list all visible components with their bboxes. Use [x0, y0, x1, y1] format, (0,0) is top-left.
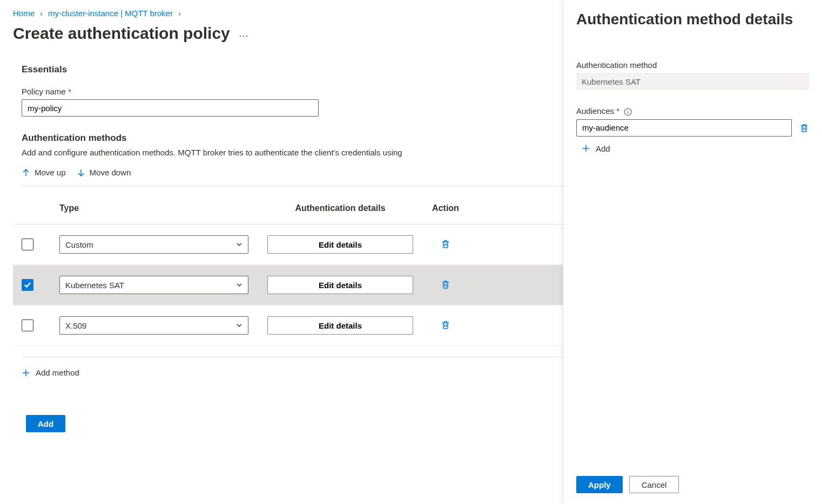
audience-input[interactable]	[576, 119, 792, 137]
details-panel: Authentication method details Authentica…	[563, 0, 822, 504]
arrow-down-icon	[77, 168, 85, 177]
delete-icon[interactable]	[799, 123, 809, 133]
method-value: Kubernetes SAT	[576, 73, 809, 90]
type-select[interactable]: Custom	[59, 235, 248, 254]
essentials-heading: Essentials	[22, 64, 563, 75]
move-up-button[interactable]: Move up	[22, 168, 66, 177]
apply-button[interactable]: Apply	[576, 476, 623, 493]
breadcrumb-instance[interactable]: my-cluster-instance | MQTT broker	[48, 9, 173, 18]
header-details: Authentication details	[259, 203, 421, 213]
delete-icon[interactable]	[421, 320, 470, 330]
policy-name-input[interactable]	[22, 99, 319, 117]
panel-title: Authentication method details	[576, 11, 809, 28]
edit-details-button[interactable]: Edit details	[267, 316, 413, 335]
row-checkbox[interactable]	[22, 279, 33, 291]
methods-table: Type Authentication details Action Custo…	[13, 193, 563, 346]
plus-icon	[22, 369, 30, 377]
delete-icon[interactable]	[421, 239, 470, 249]
delete-icon[interactable]	[421, 280, 470, 289]
chevron-down-icon	[236, 282, 242, 288]
breadcrumb: Home › my-cluster-instance | MQTT broker…	[13, 9, 563, 18]
methods-heading: Authentication methods	[22, 133, 563, 144]
type-select[interactable]: X.509	[59, 316, 248, 335]
page-title: Create authentication policy	[13, 24, 230, 43]
add-button[interactable]: Add	[26, 415, 65, 432]
add-method-button[interactable]: Add method	[22, 357, 563, 377]
type-select[interactable]: Kubernetes SAT	[59, 276, 248, 294]
more-icon[interactable]: ⋯	[239, 25, 249, 42]
chevron-down-icon	[236, 241, 242, 248]
row-checkbox[interactable]	[22, 319, 33, 331]
table-row: Kubernetes SAT Edit details	[13, 265, 563, 305]
audiences-label: Audiences *	[576, 106, 809, 116]
table-header: Type Authentication details Action	[13, 193, 563, 224]
info-icon[interactable]	[624, 108, 632, 116]
move-down-button[interactable]: Move down	[77, 168, 131, 177]
method-label: Authentication method	[576, 60, 809, 70]
edit-details-button[interactable]: Edit details	[267, 276, 413, 294]
chevron-right-icon: ›	[40, 9, 43, 18]
chevron-down-icon	[236, 322, 242, 329]
chevron-right-icon: ›	[178, 9, 181, 18]
row-checkbox[interactable]	[22, 239, 33, 250]
policy-name-label: Policy name *	[22, 87, 563, 96]
arrow-up-icon	[22, 168, 30, 177]
add-audience-button[interactable]: Add	[582, 144, 809, 153]
plus-icon	[582, 144, 590, 153]
methods-description: Add and configure authentication methods…	[22, 148, 563, 157]
table-row: X.509 Edit details	[13, 305, 563, 346]
header-action: Action	[421, 203, 470, 213]
header-type: Type	[59, 203, 259, 213]
breadcrumb-home[interactable]: Home	[13, 9, 35, 18]
table-row: Custom Edit details	[13, 224, 563, 265]
cancel-button[interactable]: Cancel	[629, 476, 679, 493]
edit-details-button[interactable]: Edit details	[267, 235, 413, 254]
